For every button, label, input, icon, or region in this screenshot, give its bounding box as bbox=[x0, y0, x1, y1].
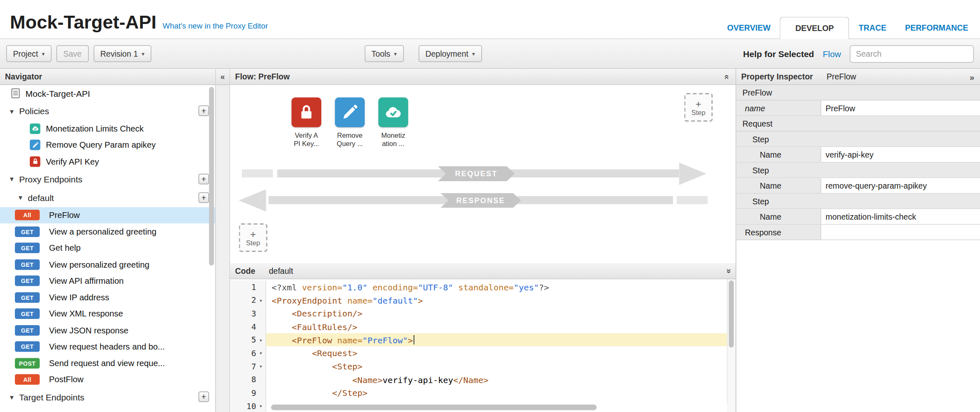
code-line-content[interactable]: <?xml version="1.0" encoding="UTF-8" sta… bbox=[266, 280, 728, 294]
nav-item-view-personalized-greeting[interactable]: GETView personalized greeting bbox=[0, 256, 215, 273]
code-fold-icon[interactable]: ▾ bbox=[256, 350, 266, 356]
inspector-group-label: Step bbox=[736, 134, 769, 144]
method-badge-get: GET bbox=[15, 243, 40, 254]
navigator-scrollbar-thumb[interactable] bbox=[209, 87, 214, 266]
code-line-3[interactable]: 3 <Description/> bbox=[230, 307, 728, 320]
deployment-button[interactable]: Deployment ▾ bbox=[418, 46, 482, 62]
nav-item-label: Verify API Key bbox=[46, 157, 99, 166]
code-vertical-scrollbar[interactable] bbox=[727, 279, 736, 412]
inspector-prop-value[interactable]: monetization-limits-check bbox=[821, 209, 980, 224]
inspector-prop-value[interactable] bbox=[821, 225, 980, 240]
nav-item-view-a-personalized-greeting[interactable]: GETView a personalized greeting bbox=[0, 223, 215, 240]
save-button[interactable]: Save bbox=[57, 46, 88, 62]
line-number: 3 bbox=[230, 307, 266, 320]
nav-item-mock-target-api[interactable]: Mock-Target-API bbox=[0, 85, 215, 102]
inspector-prop-value[interactable]: PreFlow bbox=[821, 101, 980, 115]
collapse-flow-panel-icon[interactable]: « bbox=[723, 74, 733, 79]
nav-item-view-xml-response[interactable]: GETView XML response bbox=[0, 306, 215, 322]
code-line-5[interactable]: 5▾ <PreFlow name="PreFlow"> bbox=[230, 333, 728, 347]
method-badge-post: POST bbox=[15, 358, 40, 369]
nav-item-preflow[interactable]: AllPreFlow bbox=[0, 207, 215, 223]
add-policies-button[interactable]: + bbox=[198, 105, 209, 116]
property-inspector-title: Property Inspector bbox=[741, 72, 813, 81]
code-line-6[interactable]: 6▾ <Request> bbox=[230, 347, 728, 360]
expand-inspector-icon[interactable]: » bbox=[970, 72, 975, 81]
code-editor[interactable]: 1<?xml version="1.0" encoding="UTF-8" st… bbox=[230, 279, 736, 412]
nav-item-postflow[interactable]: AllPostFlow bbox=[0, 371, 215, 388]
code-fold-icon[interactable]: ▾ bbox=[256, 337, 266, 343]
code-vertical-scrollbar-thumb[interactable] bbox=[729, 280, 734, 347]
nav-item-view-request-headers-and-bo[interactable]: GETView request headers and bo... bbox=[0, 338, 215, 355]
code-fold-icon[interactable]: ▾ bbox=[256, 403, 266, 409]
code-line-9[interactable]: 9 </Step> bbox=[230, 386, 728, 400]
nav-item-view-api-affirmation[interactable]: GETView API affirmation bbox=[0, 273, 215, 289]
code-line-7[interactable]: 7▾ <Step> bbox=[230, 360, 728, 373]
disclosure-triangle-icon[interactable]: ▼ bbox=[9, 176, 15, 183]
nav-item-label: PostFlow bbox=[49, 375, 84, 384]
nav-item-view-ip-address[interactable]: GETView IP address bbox=[0, 289, 215, 306]
nav-item-monetization-limits-check[interactable]: Monetization Limits Check bbox=[0, 120, 215, 137]
code-line-8[interactable]: 8 <Name>verify-api-key</Name> bbox=[230, 373, 728, 386]
nav-item-proxy-endpoints[interactable]: ▼Proxy Endpoints+ bbox=[0, 170, 215, 188]
add-default-button[interactable]: + bbox=[198, 192, 209, 203]
flow-policy-label: Monetization ... bbox=[381, 132, 405, 148]
nav-item-remove-query-param-apikey[interactable]: Remove Query Param apikey bbox=[0, 137, 215, 153]
flow-policy-remove-query[interactable]: RemoveQuery ... bbox=[328, 98, 372, 148]
inspector-prop-value[interactable]: verify-api-key bbox=[821, 147, 980, 162]
disclosure-triangle-icon[interactable]: ▼ bbox=[17, 194, 24, 201]
nav-item-label: View a personalized greeting bbox=[49, 227, 157, 237]
nav-item-policies[interactable]: ▼Policies+ bbox=[0, 102, 215, 120]
code-line-content[interactable]: <ProxyEndpoint name="default"> bbox=[266, 294, 728, 307]
code-line-1[interactable]: 1<?xml version="1.0" encoding="UTF-8" st… bbox=[230, 280, 728, 294]
inspector-prop-name: namePreFlow bbox=[736, 101, 980, 116]
code-line-content[interactable]: <FaultRules/> bbox=[266, 320, 728, 333]
tools-button[interactable]: Tools ▾ bbox=[365, 46, 404, 62]
code-line-4[interactable]: 4 <FaultRules/> bbox=[230, 320, 728, 333]
line-number: 7▾ bbox=[230, 360, 266, 373]
flow-panel-title: Flow: PreFlow bbox=[235, 72, 290, 81]
code-line-content[interactable]: <PreFlow name="PreFlow"> bbox=[266, 333, 728, 347]
code-horizontal-scrollbar[interactable] bbox=[267, 403, 728, 412]
code-line-2[interactable]: 2▾<ProxyEndpoint name="default"> bbox=[230, 294, 728, 307]
page-title: Mock-Target-API bbox=[10, 12, 156, 33]
code-line-content[interactable]: <Name>verify-api-key</Name> bbox=[266, 373, 728, 386]
tab-performance[interactable]: PERFORMANCE bbox=[896, 17, 978, 39]
tab-develop[interactable]: DEVELOP bbox=[780, 17, 849, 39]
nav-item-default[interactable]: ▼default+ bbox=[0, 188, 215, 207]
disclosure-triangle-icon[interactable]: ▼ bbox=[9, 394, 15, 401]
method-badge-all: All bbox=[15, 210, 40, 220]
nav-item-get-help[interactable]: GETGet help bbox=[0, 240, 215, 256]
nav-item-label: View request headers and bo... bbox=[49, 342, 165, 352]
whats-new-link[interactable]: What's new in the Proxy Editor bbox=[163, 22, 268, 31]
tab-trace[interactable]: TRACE bbox=[849, 17, 896, 39]
line-number: 5▾ bbox=[230, 333, 266, 347]
line-number: 9 bbox=[230, 386, 266, 400]
nav-item-verify-api-key[interactable]: Verify API Key bbox=[0, 153, 215, 170]
disclosure-triangle-icon[interactable]: ▼ bbox=[9, 108, 15, 115]
code-fold-icon[interactable]: ▾ bbox=[256, 363, 266, 369]
flow-policy-verify-a-pi-key[interactable]: Verify API Key... bbox=[285, 98, 328, 148]
flow-policy-monetiz-ation[interactable]: Monetization ... bbox=[372, 98, 415, 148]
collapse-navigator-icon[interactable]: « bbox=[216, 69, 229, 85]
code-line-content[interactable]: <Step> bbox=[266, 360, 728, 373]
help-flow-link[interactable]: Flow bbox=[823, 49, 841, 59]
code-line-content[interactable]: </Step> bbox=[266, 386, 728, 400]
tab-overview[interactable]: OVERVIEW bbox=[718, 17, 780, 39]
code-line-content[interactable]: <Description/> bbox=[266, 307, 728, 320]
nav-item-send-request-and-view-reque[interactable]: POSTSend request and view reque... bbox=[0, 355, 215, 371]
flow-policy-label: Verify API Key... bbox=[294, 132, 319, 148]
inspector-prop-value[interactable]: remove-query-param-apikey bbox=[821, 178, 980, 193]
nav-item-view-json-response[interactable]: GETView JSON response bbox=[0, 322, 215, 339]
search-input[interactable] bbox=[850, 45, 974, 62]
add-proxy-endpoints-button[interactable]: + bbox=[198, 173, 209, 184]
collapse-code-panel-icon[interactable]: « bbox=[723, 268, 733, 273]
project-button[interactable]: Project ▾ bbox=[6, 46, 52, 62]
code-fold-icon[interactable]: ▾ bbox=[256, 297, 266, 303]
add-step-button-request[interactable]: + Step bbox=[684, 93, 713, 122]
code-horizontal-scrollbar-thumb[interactable] bbox=[271, 405, 597, 410]
revision-button[interactable]: Revision 1 ▾ bbox=[93, 46, 151, 62]
add-step-button-response[interactable]: + Step bbox=[239, 223, 268, 252]
add-target-endpoints-button[interactable]: + bbox=[198, 392, 209, 402]
nav-item-target-endpoints[interactable]: ▼Target Endpoints+ bbox=[0, 388, 215, 407]
code-line-content[interactable]: <Request> bbox=[266, 347, 728, 360]
